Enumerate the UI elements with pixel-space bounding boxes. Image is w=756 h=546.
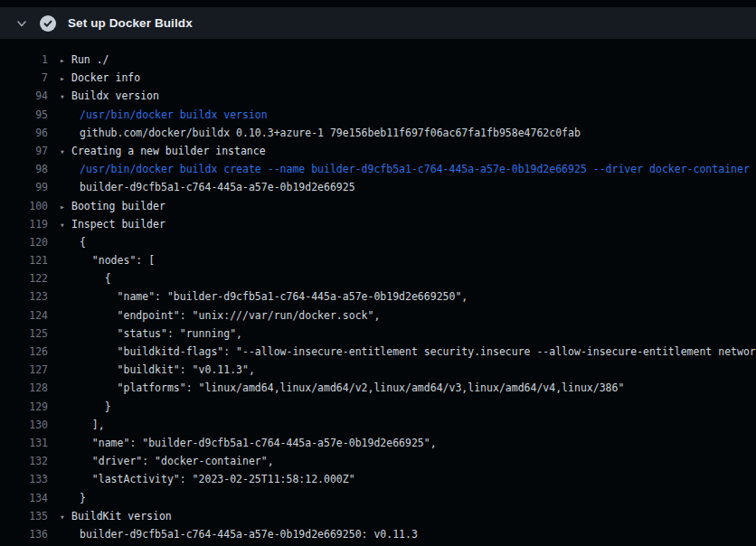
line-number[interactable]: 99	[0, 178, 48, 196]
log-text: {	[80, 233, 86, 251]
line-number[interactable]: 129	[0, 398, 48, 416]
log-text: builder-d9cfb5a1-c764-445a-a57e-0b19d2e6…	[80, 525, 418, 543]
log-line-row: 128 "platforms": "linux/amd64,linux/amd6…	[0, 379, 756, 397]
line-number[interactable]: 125	[0, 325, 48, 343]
triangle-collapsed-icon[interactable]: ▸	[60, 198, 71, 215]
log-text: "buildkitd-flags": "--allow-insecure-ent…	[80, 343, 756, 361]
line-number[interactable]: 96	[0, 124, 48, 142]
log-line-row: 95/usr/bin/docker buildx version	[0, 106, 756, 124]
log-line-row: 127 "buildkit": "v0.11.3",	[0, 361, 756, 379]
line-number[interactable]: 123	[0, 287, 48, 306]
log-group-row[interactable]: 100▸Booting builder	[0, 197, 756, 215]
chevron-down-icon[interactable]	[15, 17, 28, 30]
log-line-row: 123 "name": "builder-d9cfb5a1-c764-445a-…	[0, 287, 756, 306]
triangle-collapsed-icon[interactable]: ▸	[60, 52, 71, 69]
log-line-row: 126 "buildkitd-flags": "--allow-insecure…	[0, 343, 756, 361]
log-text: "driver": "docker-container",	[80, 452, 274, 470]
group-label: ▸Docker info	[60, 69, 140, 87]
log-text: ],	[80, 416, 105, 434]
log-line-row: 125 "status": "running",	[0, 325, 756, 343]
triangle-expanded-icon[interactable]: ▾	[60, 216, 71, 233]
line-number[interactable]: 119	[0, 215, 48, 233]
log-line-row: 121 "nodes": [	[0, 251, 756, 269]
log-text: "name": "builder-d9cfb5a1-c764-445a-a57e…	[80, 434, 437, 452]
line-number[interactable]: 100	[0, 197, 48, 215]
log-group-row[interactable]: 94▾Buildx version	[0, 87, 756, 105]
line-number[interactable]: 95	[0, 106, 48, 124]
triangle-expanded-icon[interactable]: ▾	[60, 88, 71, 105]
triangle-collapsed-icon[interactable]: ▸	[60, 70, 71, 87]
log-text: "buildkit": "v0.11.3",	[80, 361, 255, 379]
log-text: "nodes": [	[80, 251, 155, 269]
line-number[interactable]: 134	[0, 489, 48, 507]
log-text: /usr/bin/docker buildx create --name bui…	[80, 160, 750, 178]
log-line-row: 99builder-d9cfb5a1-c764-445a-a57e-0b19d2…	[0, 178, 756, 196]
log-text: "endpoint": "unix:///var/run/docker.sock…	[80, 306, 380, 325]
line-number[interactable]: 121	[0, 251, 48, 269]
log-line-row: 98/usr/bin/docker buildx create --name b…	[0, 160, 756, 178]
line-number[interactable]: 132	[0, 452, 48, 470]
line-number[interactable]: 126	[0, 343, 48, 361]
log-line-row: 129 }	[0, 398, 756, 416]
line-number[interactable]: 124	[0, 306, 48, 325]
log-text: {	[80, 269, 111, 287]
triangle-expanded-icon[interactable]: ▾	[60, 143, 71, 160]
log-group-row[interactable]: 97▾Creating a new builder instance	[0, 142, 756, 160]
log-lines: 1▸Run ./7▸Docker info94▾Buildx version95…	[0, 39, 756, 543]
log-group-row[interactable]: 135▾BuildKit version	[0, 507, 756, 525]
group-label: ▾Inspect builder	[60, 215, 165, 233]
line-number[interactable]: 133	[0, 470, 48, 488]
log-text: "status": "running",	[80, 325, 242, 343]
line-number[interactable]: 94	[0, 87, 48, 105]
log-line-row: 122 {	[0, 269, 756, 287]
log-text: "lastActivity": "2023-02-25T11:58:12.000…	[80, 470, 355, 488]
log-line-row: 134}	[0, 489, 756, 507]
status-check-icon	[40, 15, 56, 32]
group-label: ▾BuildKit version	[60, 507, 172, 525]
group-label: ▸Run ./	[60, 51, 109, 69]
line-number[interactable]: 98	[0, 160, 48, 178]
group-label: ▾Buildx version	[60, 87, 159, 105]
log-text: github.com/docker/buildx 0.10.3+azure-1 …	[80, 124, 581, 142]
log-text: /usr/bin/docker buildx version	[80, 106, 268, 124]
step-title: Set up Docker Buildx	[68, 16, 193, 30]
line-number[interactable]: 1	[0, 51, 48, 69]
log-group-row[interactable]: 119▾Inspect builder	[0, 215, 756, 233]
line-number[interactable]: 127	[0, 361, 48, 379]
log-line-row: 136builder-d9cfb5a1-c764-445a-a57e-0b19d…	[0, 525, 756, 543]
line-number[interactable]: 97	[0, 142, 48, 160]
line-number[interactable]: 135	[0, 507, 48, 525]
log-line-row: 120{	[0, 233, 756, 251]
log-text: }	[80, 489, 86, 507]
line-number[interactable]: 130	[0, 416, 48, 434]
triangle-expanded-icon[interactable]: ▾	[60, 508, 71, 525]
group-label: ▸Booting builder	[60, 197, 165, 215]
log-text: "name": "builder-d9cfb5a1-c764-445a-a57e…	[80, 287, 468, 306]
log-line-row: 96github.com/docker/buildx 0.10.3+azure-…	[0, 124, 756, 142]
log-group-row[interactable]: 7▸Docker info	[0, 69, 756, 87]
log-line-row: 133 "lastActivity": "2023-02-25T11:58:12…	[0, 470, 756, 488]
line-number[interactable]: 128	[0, 379, 48, 397]
log-line-row: 131 "name": "builder-d9cfb5a1-c764-445a-…	[0, 434, 756, 452]
line-number[interactable]: 122	[0, 269, 48, 287]
line-number[interactable]: 136	[0, 525, 48, 543]
step-header[interactable]: Set up Docker Buildx	[0, 7, 756, 39]
group-label: ▾Creating a new builder instance	[60, 142, 266, 160]
log-text: builder-d9cfb5a1-c764-445a-a57e-0b19d2e6…	[80, 178, 355, 196]
log-text: "platforms": "linux/amd64,linux/amd64/v2…	[80, 379, 624, 397]
log-line-row: 132 "driver": "docker-container",	[0, 452, 756, 470]
line-number[interactable]: 7	[0, 69, 48, 87]
log-text: }	[80, 398, 111, 416]
line-number[interactable]: 131	[0, 434, 48, 452]
log-group-row[interactable]: 1▸Run ./	[0, 51, 756, 69]
line-number[interactable]: 120	[0, 233, 48, 251]
log-line-row: 130 ],	[0, 416, 756, 434]
log-line-row: 124 "endpoint": "unix:///var/run/docker.…	[0, 306, 756, 325]
